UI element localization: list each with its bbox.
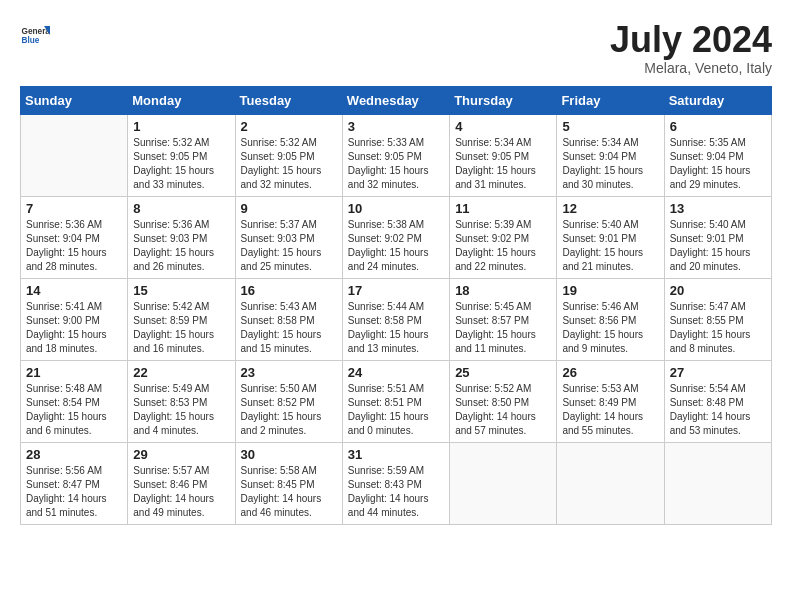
calendar-cell: 23Sunrise: 5:50 AM Sunset: 8:52 PM Dayli… <box>235 360 342 442</box>
day-number: 30 <box>241 447 337 462</box>
logo: General Blue <box>20 20 50 50</box>
day-info: Sunrise: 5:42 AM Sunset: 8:59 PM Dayligh… <box>133 300 229 356</box>
day-number: 10 <box>348 201 444 216</box>
day-number: 13 <box>670 201 766 216</box>
day-info: Sunrise: 5:43 AM Sunset: 8:58 PM Dayligh… <box>241 300 337 356</box>
day-info: Sunrise: 5:45 AM Sunset: 8:57 PM Dayligh… <box>455 300 551 356</box>
day-info: Sunrise: 5:32 AM Sunset: 9:05 PM Dayligh… <box>133 136 229 192</box>
day-info: Sunrise: 5:44 AM Sunset: 8:58 PM Dayligh… <box>348 300 444 356</box>
calendar-table: SundayMondayTuesdayWednesdayThursdayFrid… <box>20 86 772 525</box>
day-info: Sunrise: 5:46 AM Sunset: 8:56 PM Dayligh… <box>562 300 658 356</box>
day-info: Sunrise: 5:37 AM Sunset: 9:03 PM Dayligh… <box>241 218 337 274</box>
day-number: 6 <box>670 119 766 134</box>
day-number: 11 <box>455 201 551 216</box>
calendar-cell: 3Sunrise: 5:33 AM Sunset: 9:05 PM Daylig… <box>342 114 449 196</box>
calendar-week-1: 1Sunrise: 5:32 AM Sunset: 9:05 PM Daylig… <box>21 114 772 196</box>
day-info: Sunrise: 5:52 AM Sunset: 8:50 PM Dayligh… <box>455 382 551 438</box>
calendar-cell: 6Sunrise: 5:35 AM Sunset: 9:04 PM Daylig… <box>664 114 771 196</box>
calendar-cell: 11Sunrise: 5:39 AM Sunset: 9:02 PM Dayli… <box>450 196 557 278</box>
calendar-cell: 31Sunrise: 5:59 AM Sunset: 8:43 PM Dayli… <box>342 442 449 524</box>
day-number: 27 <box>670 365 766 380</box>
calendar-cell: 27Sunrise: 5:54 AM Sunset: 8:48 PM Dayli… <box>664 360 771 442</box>
calendar-week-5: 28Sunrise: 5:56 AM Sunset: 8:47 PM Dayli… <box>21 442 772 524</box>
day-number: 18 <box>455 283 551 298</box>
day-info: Sunrise: 5:49 AM Sunset: 8:53 PM Dayligh… <box>133 382 229 438</box>
calendar-cell: 12Sunrise: 5:40 AM Sunset: 9:01 PM Dayli… <box>557 196 664 278</box>
calendar-cell: 24Sunrise: 5:51 AM Sunset: 8:51 PM Dayli… <box>342 360 449 442</box>
day-number: 23 <box>241 365 337 380</box>
calendar-cell: 14Sunrise: 5:41 AM Sunset: 9:00 PM Dayli… <box>21 278 128 360</box>
weekday-header-saturday: Saturday <box>664 86 771 114</box>
day-number: 9 <box>241 201 337 216</box>
day-number: 1 <box>133 119 229 134</box>
day-number: 20 <box>670 283 766 298</box>
day-number: 19 <box>562 283 658 298</box>
day-number: 12 <box>562 201 658 216</box>
day-info: Sunrise: 5:38 AM Sunset: 9:02 PM Dayligh… <box>348 218 444 274</box>
calendar-cell <box>21 114 128 196</box>
calendar-cell: 20Sunrise: 5:47 AM Sunset: 8:55 PM Dayli… <box>664 278 771 360</box>
calendar-cell: 28Sunrise: 5:56 AM Sunset: 8:47 PM Dayli… <box>21 442 128 524</box>
day-number: 7 <box>26 201 122 216</box>
day-number: 31 <box>348 447 444 462</box>
day-number: 26 <box>562 365 658 380</box>
day-info: Sunrise: 5:59 AM Sunset: 8:43 PM Dayligh… <box>348 464 444 520</box>
day-number: 4 <box>455 119 551 134</box>
calendar-cell: 21Sunrise: 5:48 AM Sunset: 8:54 PM Dayli… <box>21 360 128 442</box>
calendar-cell: 22Sunrise: 5:49 AM Sunset: 8:53 PM Dayli… <box>128 360 235 442</box>
calendar-cell: 25Sunrise: 5:52 AM Sunset: 8:50 PM Dayli… <box>450 360 557 442</box>
calendar-cell <box>557 442 664 524</box>
calendar-cell: 5Sunrise: 5:34 AM Sunset: 9:04 PM Daylig… <box>557 114 664 196</box>
month-title: July 2024 <box>610 20 772 60</box>
day-info: Sunrise: 5:57 AM Sunset: 8:46 PM Dayligh… <box>133 464 229 520</box>
calendar-week-2: 7Sunrise: 5:36 AM Sunset: 9:04 PM Daylig… <box>21 196 772 278</box>
day-number: 28 <box>26 447 122 462</box>
day-info: Sunrise: 5:47 AM Sunset: 8:55 PM Dayligh… <box>670 300 766 356</box>
day-info: Sunrise: 5:36 AM Sunset: 9:03 PM Dayligh… <box>133 218 229 274</box>
calendar-cell: 4Sunrise: 5:34 AM Sunset: 9:05 PM Daylig… <box>450 114 557 196</box>
calendar-cell: 26Sunrise: 5:53 AM Sunset: 8:49 PM Dayli… <box>557 360 664 442</box>
day-info: Sunrise: 5:35 AM Sunset: 9:04 PM Dayligh… <box>670 136 766 192</box>
calendar-week-3: 14Sunrise: 5:41 AM Sunset: 9:00 PM Dayli… <box>21 278 772 360</box>
calendar-cell: 16Sunrise: 5:43 AM Sunset: 8:58 PM Dayli… <box>235 278 342 360</box>
calendar-cell: 19Sunrise: 5:46 AM Sunset: 8:56 PM Dayli… <box>557 278 664 360</box>
svg-text:Blue: Blue <box>22 36 40 45</box>
calendar-cell: 10Sunrise: 5:38 AM Sunset: 9:02 PM Dayli… <box>342 196 449 278</box>
calendar-cell: 7Sunrise: 5:36 AM Sunset: 9:04 PM Daylig… <box>21 196 128 278</box>
day-number: 5 <box>562 119 658 134</box>
weekday-header-tuesday: Tuesday <box>235 86 342 114</box>
day-info: Sunrise: 5:53 AM Sunset: 8:49 PM Dayligh… <box>562 382 658 438</box>
calendar-cell: 1Sunrise: 5:32 AM Sunset: 9:05 PM Daylig… <box>128 114 235 196</box>
day-info: Sunrise: 5:50 AM Sunset: 8:52 PM Dayligh… <box>241 382 337 438</box>
location: Melara, Veneto, Italy <box>610 60 772 76</box>
calendar-cell: 2Sunrise: 5:32 AM Sunset: 9:05 PM Daylig… <box>235 114 342 196</box>
weekday-header-monday: Monday <box>128 86 235 114</box>
day-number: 24 <box>348 365 444 380</box>
day-info: Sunrise: 5:33 AM Sunset: 9:05 PM Dayligh… <box>348 136 444 192</box>
day-info: Sunrise: 5:51 AM Sunset: 8:51 PM Dayligh… <box>348 382 444 438</box>
day-info: Sunrise: 5:56 AM Sunset: 8:47 PM Dayligh… <box>26 464 122 520</box>
weekday-header-thursday: Thursday <box>450 86 557 114</box>
day-info: Sunrise: 5:40 AM Sunset: 9:01 PM Dayligh… <box>670 218 766 274</box>
weekday-header-wednesday: Wednesday <box>342 86 449 114</box>
day-info: Sunrise: 5:36 AM Sunset: 9:04 PM Dayligh… <box>26 218 122 274</box>
day-number: 25 <box>455 365 551 380</box>
day-number: 29 <box>133 447 229 462</box>
calendar-cell: 29Sunrise: 5:57 AM Sunset: 8:46 PM Dayli… <box>128 442 235 524</box>
calendar-week-4: 21Sunrise: 5:48 AM Sunset: 8:54 PM Dayli… <box>21 360 772 442</box>
day-number: 17 <box>348 283 444 298</box>
day-info: Sunrise: 5:40 AM Sunset: 9:01 PM Dayligh… <box>562 218 658 274</box>
logo-icon: General Blue <box>20 20 50 50</box>
calendar-cell <box>664 442 771 524</box>
day-info: Sunrise: 5:41 AM Sunset: 9:00 PM Dayligh… <box>26 300 122 356</box>
calendar-cell: 13Sunrise: 5:40 AM Sunset: 9:01 PM Dayli… <box>664 196 771 278</box>
weekday-header-sunday: Sunday <box>21 86 128 114</box>
day-number: 8 <box>133 201 229 216</box>
calendar-cell: 8Sunrise: 5:36 AM Sunset: 9:03 PM Daylig… <box>128 196 235 278</box>
day-info: Sunrise: 5:32 AM Sunset: 9:05 PM Dayligh… <box>241 136 337 192</box>
day-info: Sunrise: 5:34 AM Sunset: 9:04 PM Dayligh… <box>562 136 658 192</box>
weekday-header-friday: Friday <box>557 86 664 114</box>
day-info: Sunrise: 5:48 AM Sunset: 8:54 PM Dayligh… <box>26 382 122 438</box>
day-number: 15 <box>133 283 229 298</box>
calendar-cell: 30Sunrise: 5:58 AM Sunset: 8:45 PM Dayli… <box>235 442 342 524</box>
